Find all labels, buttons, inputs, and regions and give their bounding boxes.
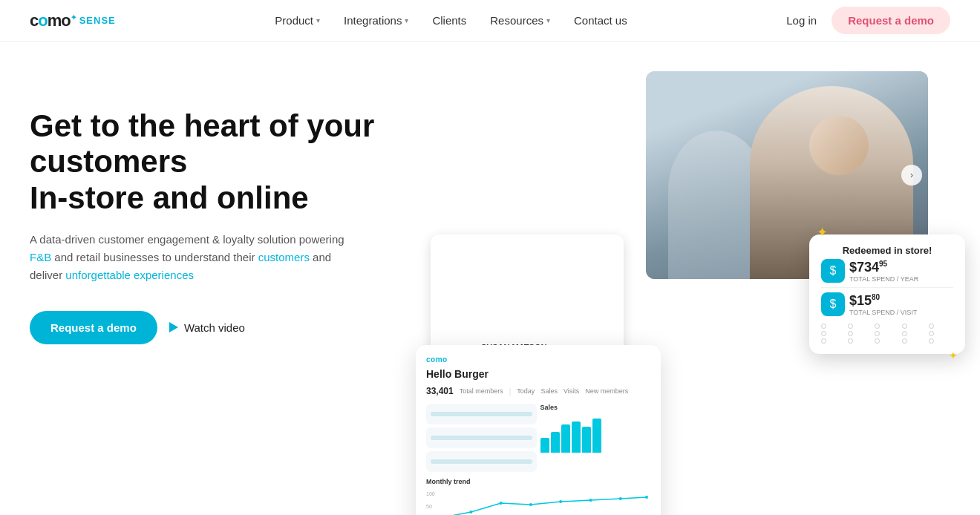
redemption-detail-1: $73495 TOTAL SPEND / YEAR — [849, 260, 918, 283]
pos-dot — [929, 338, 934, 344]
dash-cell-1 — [426, 404, 537, 424]
link-fb[interactable]: F&B — [30, 251, 51, 263]
pos-dot — [848, 324, 853, 329]
dashboard-logo: como — [426, 355, 650, 364]
hero-right: › SUSAN MATSON 100 WILSON 10 SANDOVAL CA… — [416, 86, 950, 515]
pos-dot — [875, 331, 880, 336]
redemption-amount-row-2: $ $1580 TOTAL SPEND / VISIT — [821, 292, 953, 316]
svg-point-3 — [469, 511, 472, 514]
nav-actions: Log in Request a demo — [786, 7, 950, 34]
svg-point-9 — [645, 496, 648, 499]
nav-link-product[interactable]: Product ▾ — [275, 14, 320, 27]
nav-link-integrations[interactable]: Integrations ▾ — [344, 14, 408, 27]
pos-dot — [875, 324, 880, 329]
bar-4 — [572, 421, 581, 453]
nav-item-product[interactable]: Product ▾ — [275, 14, 320, 27]
svg-text:50: 50 — [426, 504, 432, 509]
carousel-next-button[interactable]: › — [901, 165, 922, 186]
nav-links: Product ▾ Integrations ▾ Clients Resourc… — [275, 14, 627, 27]
redemption-icon: $ — [821, 259, 845, 283]
link-customers[interactable]: customers — [258, 251, 310, 263]
pos-dot — [902, 331, 907, 336]
hero-section: Get to the heart of your customers In-st… — [0, 42, 980, 515]
watch-video-button[interactable]: Watch video — [169, 321, 245, 334]
star-decoration-1: ✦ — [817, 224, 828, 240]
bar-5 — [582, 427, 591, 453]
chevron-down-icon: ▾ — [316, 16, 320, 24]
svg-point-6 — [559, 500, 562, 503]
redemption-detail-2: $1580 TOTAL SPEND / VISIT — [849, 293, 917, 316]
pos-dot — [821, 331, 826, 336]
svg-point-4 — [500, 502, 503, 505]
dashboard-restaurant: Hello Burger — [426, 368, 650, 380]
dashboard-chart: Monthly trend 100 50 0 Apr May Jun — [426, 478, 650, 515]
request-demo-button-nav[interactable]: Request a demo — [832, 7, 950, 34]
star-decoration-2: ✦ — [949, 350, 958, 361]
redemption-sub-2: TOTAL SPEND / VISIT — [849, 309, 917, 316]
dashboard-grid: Sales — [426, 404, 650, 472]
dash-cell-3 — [426, 451, 537, 472]
logo-como: como✦ — [30, 11, 76, 30]
pos-dot — [902, 324, 907, 329]
nav-link-clients[interactable]: Clients — [432, 14, 466, 27]
nav-link-contact[interactable]: Contact us — [574, 14, 627, 27]
trend-chart: 100 50 0 Apr May Jun Jul Aug Sep — [426, 488, 650, 515]
stat-period: Today — [517, 387, 535, 395]
stat-sales-label: Sales — [540, 387, 558, 395]
redemption-title: Redeemed in store! — [821, 245, 953, 256]
link-unforgettable[interactable]: unforgettable experiences — [65, 269, 194, 281]
svg-point-8 — [619, 497, 622, 500]
hero-title: Get to the heart of your customers In-st… — [30, 108, 416, 216]
redemption-card: ✦ ✦ Redeemed in store! $ $73495 TOTAL SP… — [809, 234, 965, 354]
pos-dot — [848, 331, 853, 336]
hero-subtitle: A data-driven customer engagement & loya… — [30, 231, 356, 284]
nav-item-integrations[interactable]: Integrations ▾ — [344, 14, 408, 27]
pos-dot — [848, 338, 853, 344]
pos-dot — [821, 338, 826, 344]
redemption-amount-row-1: $ $73495 TOTAL SPEND / YEAR — [821, 259, 953, 283]
dashboard-stats: 33,401 Total members | Today Sales Visit… — [426, 386, 650, 396]
right-col: Sales — [540, 404, 651, 472]
nav-link-resources[interactable]: Resources ▾ — [490, 14, 550, 27]
request-demo-button-hero[interactable]: Request a demo — [30, 311, 157, 344]
login-button[interactable]: Log in — [786, 14, 817, 27]
redemption-amount-2: $1580 — [849, 293, 917, 309]
chevron-down-icon: ▾ — [405, 16, 408, 24]
bar-3 — [561, 424, 570, 453]
navbar: como✦ SENSE Product ▾ Integrations ▾ Cli… — [0, 0, 980, 42]
chart-title: Monthly trend — [426, 478, 650, 485]
play-icon — [169, 322, 178, 332]
pos-dot — [929, 324, 934, 329]
redemption-divider — [821, 287, 953, 288]
pos-dot — [875, 338, 880, 344]
bar-1 — [540, 438, 549, 453]
pos-dot — [902, 338, 907, 344]
stat-visits-label: Visits — [564, 387, 579, 395]
bar-2 — [551, 432, 560, 453]
logo[interactable]: como✦ SENSE — [30, 11, 116, 30]
hero-left: Get to the heart of your customers In-st… — [30, 86, 416, 344]
logo-sense: SENSE — [79, 15, 116, 26]
stat-new-members-label: New members — [585, 387, 628, 395]
redemption-sub-1: TOTAL SPEND / YEAR — [849, 275, 918, 283]
svg-point-5 — [529, 503, 532, 506]
pos-dot — [821, 324, 826, 329]
sales-bars — [540, 416, 651, 453]
bar-6 — [592, 419, 601, 453]
dashboard-card: como Hello Burger 33,401 Total members |… — [416, 345, 661, 515]
dash-cell-2 — [426, 427, 537, 448]
nav-item-clients[interactable]: Clients — [432, 14, 466, 27]
left-col — [426, 404, 537, 472]
nav-item-resources[interactable]: Resources ▾ — [490, 14, 550, 27]
face-highlight — [809, 116, 869, 175]
pos-dots — [821, 324, 953, 344]
stat-members-label: Total members — [460, 387, 503, 395]
svg-text:100: 100 — [426, 491, 435, 496]
nav-item-contact[interactable]: Contact us — [574, 14, 627, 27]
redemption-amount-1: $73495 — [849, 260, 918, 275]
redemption-icon-2: $ — [821, 292, 845, 316]
sales-col-header: Sales — [540, 404, 651, 411]
chevron-down-icon: ▾ — [546, 16, 550, 24]
svg-point-7 — [589, 499, 592, 502]
hero-buttons: Request a demo Watch video — [30, 311, 416, 344]
